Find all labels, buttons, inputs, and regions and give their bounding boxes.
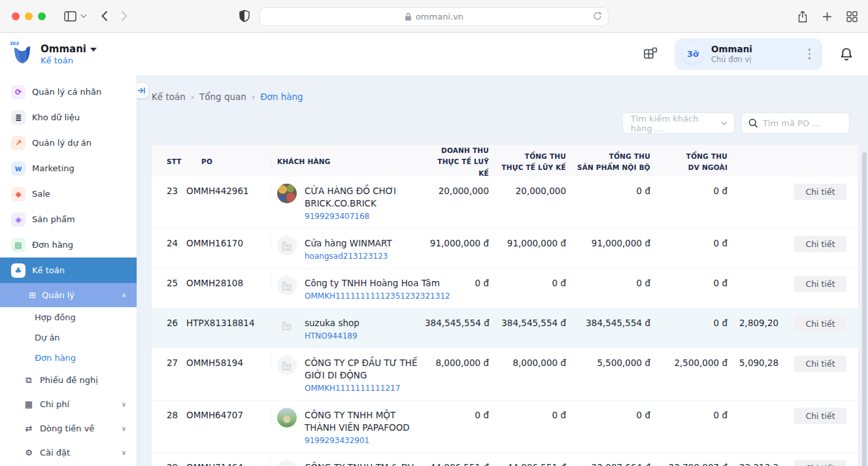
- cell-total-actual: 8,000,000 đ: [489, 356, 566, 368]
- close-window-button[interactable]: [12, 12, 20, 20]
- sidebar-section-item[interactable]: ▦ Chi phí ∨: [0, 392, 137, 416]
- orders-icon: ▤: [11, 238, 25, 252]
- url-bar[interactable]: ommani.vn: [259, 7, 609, 26]
- expense-icon: ▦: [24, 399, 34, 409]
- row-po-code: HTPX81318814: [186, 316, 271, 328]
- factory-placeholder-icon: [277, 236, 297, 256]
- table-header-row: STT PO KHÁCH HÀNG DOANH THUTHỰC TẾ LUỸ K…: [152, 145, 858, 176]
- bell-icon[interactable]: [839, 46, 854, 62]
- sidebar-module-project[interactable]: ↗ Quản lý dự án: [0, 130, 137, 156]
- brand[interactable]: 365 Ommani Kế toán: [10, 42, 97, 66]
- apps-grid-icon[interactable]: [643, 47, 658, 61]
- sidebar-module-person-sync[interactable]: ⟳ Quản lý cá nhân: [0, 79, 137, 105]
- sale-icon: ◆: [11, 187, 25, 201]
- app-header: 365 Ommani Kế toán 3ỡ Ommani Chủ đơn vị: [0, 33, 868, 75]
- chevron-down-icon: ∨: [122, 449, 126, 456]
- breadcrumb-item[interactable]: Tổng quan: [199, 92, 246, 102]
- shield-privacy-icon[interactable]: [239, 10, 250, 22]
- sidebar-section-item[interactable]: ⧉ Phiếu đề nghị ∨: [0, 368, 137, 392]
- cell-revenue-actual: 384,545,554 đ: [425, 316, 489, 328]
- cell-clipped-value: 23,313,3: [727, 460, 782, 466]
- sidebar-toggle-icon[interactable]: [64, 11, 76, 22]
- submenu-header-manage[interactable]: ⊞Quản lý∧: [0, 283, 137, 307]
- cell-revenue-actual: 0 đ: [425, 276, 489, 288]
- tab-overview-icon[interactable]: [846, 11, 858, 22]
- breadcrumb-item-current: Đơn hàng: [260, 92, 303, 102]
- marketing-icon: w: [11, 161, 25, 176]
- col-header-revenue: DOANH THUTHỰC TẾ LUỸ KẾ: [425, 145, 489, 179]
- vertical-scrollbar[interactable]: [862, 152, 867, 466]
- user-name: Ommani: [711, 44, 799, 54]
- submenu-item[interactable]: Đơn hàng: [0, 348, 137, 368]
- database-icon: ≣: [11, 110, 25, 125]
- sidebar-module-accounting[interactable]: ♣ Kế toán: [0, 258, 137, 283]
- section-label: Dòng tiền về: [40, 424, 94, 433]
- customer-code-link[interactable]: 9199293432901: [305, 436, 369, 445]
- sidebar-module-database[interactable]: ≣ Kho dữ liệu: [0, 105, 137, 130]
- cell-internal-products: 0 đ: [566, 408, 650, 420]
- sidebar-module-product[interactable]: ◈ Sản phẩm: [0, 207, 137, 232]
- col-header-external-services: TỔNG THUDV NGOÀI: [650, 151, 727, 174]
- zoom-window-button[interactable]: [38, 12, 46, 20]
- row-stt: 27: [152, 356, 186, 368]
- url-text: ommani.vn: [416, 12, 463, 22]
- row-po-code: OMMH442961: [186, 184, 271, 196]
- sidebar-module-marketing[interactable]: w Marketing: [0, 156, 137, 181]
- customer-code-link[interactable]: HTNO944189: [305, 331, 358, 341]
- submenu-item[interactable]: Hợp đồng: [0, 307, 137, 327]
- detail-button[interactable]: Chi tiết: [794, 356, 846, 372]
- po-search[interactable]: [741, 112, 850, 134]
- customer-code-link[interactable]: OMMKH1111111111217: [305, 384, 400, 393]
- po-search-input[interactable]: [763, 118, 844, 128]
- detail-button[interactable]: Chi tiết: [794, 236, 846, 252]
- chevron-down-icon[interactable]: [80, 14, 87, 18]
- detail-button[interactable]: Chi tiết: [794, 316, 846, 332]
- customer-name: Cửa hàng WINMART: [305, 236, 392, 250]
- user-menu[interactable]: 3ỡ Ommani Chủ đơn vị: [675, 39, 822, 70]
- table-row: 26 HTPX81318814 suzuka shop HTNO944189 3…: [152, 308, 858, 348]
- cell-revenue-actual: 44,886,551 đ: [425, 460, 489, 466]
- cell-external-services: 0 đ: [650, 236, 727, 248]
- row-po-code: OMMH71464: [186, 460, 271, 466]
- col-header-po: PO: [186, 156, 271, 167]
- cell-total-actual: 91,000,000 đ: [489, 236, 566, 248]
- sidebar-module-orders[interactable]: ▤ Đơn hàng: [0, 232, 137, 258]
- sidebar-section-item[interactable]: ⇄ Dòng tiền về ∨: [0, 416, 137, 441]
- cell-external-services: 0 đ: [650, 316, 727, 328]
- sidebar-collapse-button[interactable]: [137, 83, 148, 98]
- forward-button[interactable]: [121, 10, 127, 22]
- breadcrumb-item[interactable]: Kế toán: [152, 92, 186, 102]
- minimize-window-button[interactable]: [25, 12, 33, 20]
- detail-button[interactable]: Chi tiết: [794, 276, 846, 292]
- customer-code-link[interactable]: 9199293407168: [305, 212, 369, 221]
- sidebar-module-sale[interactable]: ◆ Sale: [0, 181, 137, 207]
- cell-total-actual: 0 đ: [489, 408, 566, 420]
- cell-total-actual: 0 đ: [489, 276, 566, 288]
- detail-button[interactable]: Chi tiết: [794, 184, 846, 200]
- reload-icon[interactable]: [593, 11, 602, 21]
- cell-external-services: 0 đ: [650, 184, 727, 196]
- cell-internal-products: 0 đ: [566, 184, 650, 196]
- row-stt: 23: [152, 184, 186, 196]
- customer-filter-select[interactable]: Tìm kiếm khách hàng ...: [622, 112, 735, 134]
- cell-internal-products: 91,000,000 đ: [566, 236, 650, 248]
- kebab-menu-icon[interactable]: [806, 46, 814, 62]
- back-button[interactable]: [101, 10, 108, 22]
- module-label: Kho dữ liệu: [32, 112, 80, 122]
- share-icon[interactable]: [797, 10, 808, 23]
- section-label: Chi phí: [40, 399, 69, 409]
- cell-revenue-actual: 8,000,000 đ: [425, 356, 489, 368]
- customer-code-link[interactable]: OMMKH11111111112351232321312: [305, 291, 450, 301]
- cell-external-services: 0 đ: [650, 408, 727, 420]
- request-form-icon: ⧉: [24, 375, 34, 386]
- breadcrumb-separator-icon: ›: [252, 92, 255, 102]
- section-label: Cài đặt: [40, 448, 70, 458]
- brand-caret-icon: [90, 48, 97, 52]
- new-tab-icon[interactable]: [822, 12, 832, 22]
- factory-placeholder-icon: [277, 356, 297, 375]
- detail-button[interactable]: Chi tiết: [794, 460, 846, 466]
- customer-code-link[interactable]: hoangsad213123123: [305, 252, 388, 261]
- detail-button[interactable]: Chi tiết: [794, 408, 846, 424]
- sidebar-section-item[interactable]: ⚙ Cài đặt ∨: [0, 441, 137, 465]
- submenu-item[interactable]: Dự án: [0, 327, 137, 348]
